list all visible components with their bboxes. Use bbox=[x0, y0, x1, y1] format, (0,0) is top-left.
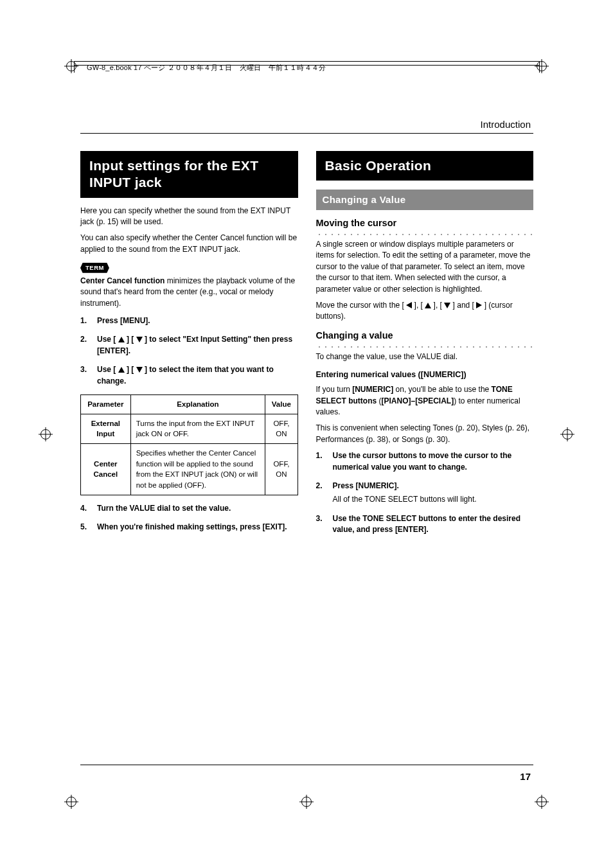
heading-moving-cursor: Moving the cursor bbox=[316, 217, 534, 230]
cell-value: OFF, ON bbox=[265, 414, 298, 443]
step-note: All of the TONE SELECT buttons will ligh… bbox=[333, 494, 534, 505]
body-text: Here you can specify whether the sound f… bbox=[80, 206, 298, 228]
term-tag: TERM bbox=[80, 263, 109, 273]
procedure-steps: Press [MENU]. Use [ ] [ ] to select "Ext… bbox=[80, 315, 298, 387]
step-2: Press [NUMERIC]. All of the TONE SELECT … bbox=[316, 481, 534, 506]
cell-param: External Input bbox=[81, 414, 131, 443]
body-text: Move the cursor with the [ ], [ ], [ ] a… bbox=[316, 300, 534, 323]
cell-explanation: Turns the input from the EXT INPUT jack … bbox=[130, 414, 265, 443]
crop-mark-icon bbox=[535, 795, 549, 809]
arrow-down-icon bbox=[136, 337, 143, 342]
col-explanation: Explanation bbox=[130, 394, 265, 414]
left-column: Input settings for the EXT INPUT jack He… bbox=[80, 151, 298, 755]
dotted-rule bbox=[316, 344, 534, 348]
right-column: Basic Operation Changing a Value Moving … bbox=[316, 151, 534, 755]
subsection-changing-a-value: Changing a Value bbox=[316, 190, 534, 210]
arrow-up-icon bbox=[118, 337, 125, 342]
procedure-steps-cont: Turn the VALUE dial to set the value. Wh… bbox=[80, 503, 298, 533]
step-3: Use [ ] [ ] to select the item that you … bbox=[80, 364, 298, 387]
inline-bold: [PIANO]–[SPECIAL] bbox=[382, 396, 454, 405]
step-2: Use [ ] [ ] to select "Ext Input Setting… bbox=[80, 334, 298, 357]
crop-mark-icon bbox=[64, 795, 78, 809]
section-heading-ext-input: Input settings for the EXT INPUT jack bbox=[80, 151, 298, 198]
arrow-up-icon bbox=[118, 367, 125, 373]
running-header: GW-8_e.book 17 ページ ２００８年４月１日 火曜日 午前１１時４４… bbox=[87, 63, 326, 73]
footer-rule bbox=[80, 765, 533, 765]
arrow-up-icon bbox=[425, 303, 431, 308]
body-text: To change the value, use the VALUE dial. bbox=[316, 351, 534, 362]
parameter-table: Parameter Explanation Value External Inp… bbox=[80, 394, 298, 495]
body-text: A single screen or window displays multi… bbox=[316, 239, 534, 295]
crop-mark-icon bbox=[560, 427, 574, 441]
step-4: Turn the VALUE dial to set the value. bbox=[80, 503, 298, 514]
arrow-left-icon bbox=[406, 302, 412, 308]
col-value: Value bbox=[265, 394, 298, 414]
body-text: If you turn [NUMERIC] on, you'll be able… bbox=[316, 384, 534, 418]
heading-entering-numeric: Entering numerical values ([NUMERIC]) bbox=[316, 369, 534, 380]
body-text: This is convenient when selecting Tones … bbox=[316, 423, 534, 445]
cell-value: OFF, ON bbox=[265, 443, 298, 495]
inline-bold: [NUMERIC] bbox=[352, 385, 393, 394]
cell-param: Center Cancel bbox=[81, 443, 131, 495]
step-5: When you're finished making settings, pr… bbox=[80, 522, 298, 533]
body-text: You can also specify whether the Center … bbox=[80, 233, 298, 255]
procedure-steps: Use the cursor buttons to move the curso… bbox=[316, 450, 534, 535]
table-header-row: Parameter Explanation Value bbox=[81, 394, 298, 414]
step-1: Use the cursor buttons to move the curso… bbox=[316, 450, 534, 473]
page-number: 17 bbox=[520, 771, 531, 782]
page: GW-8_e.book 17 ページ ２００８年４月１日 火曜日 午前１１時４４… bbox=[80, 55, 533, 793]
table-row: External Input Turns the input from the … bbox=[81, 414, 298, 443]
dotted-rule bbox=[316, 231, 534, 235]
arrow-down-icon bbox=[444, 303, 450, 308]
col-parameter: Parameter bbox=[81, 394, 131, 414]
crop-mark-icon bbox=[39, 427, 53, 441]
arrow-down-icon bbox=[136, 367, 143, 373]
chapter-title: Introduction bbox=[481, 119, 531, 130]
term-definition: Center Cancel function minimizes the pla… bbox=[80, 276, 298, 309]
section-heading-basic-operation: Basic Operation bbox=[316, 151, 534, 181]
crop-mark-icon bbox=[299, 795, 314, 809]
step-3: Use the TONE SELECT buttons to enter the… bbox=[316, 513, 534, 536]
cell-explanation: Specifies whether the Center Cancel func… bbox=[130, 443, 265, 495]
heading-changing-a-value: Changing a value bbox=[316, 329, 534, 342]
chapter-rule bbox=[80, 133, 533, 134]
arrow-right-icon bbox=[476, 302, 482, 308]
term-name: Center Cancel function bbox=[80, 276, 164, 285]
table-row: Center Cancel Specifies whether the Cent… bbox=[81, 443, 298, 495]
step-1: Press [MENU]. bbox=[80, 315, 298, 326]
